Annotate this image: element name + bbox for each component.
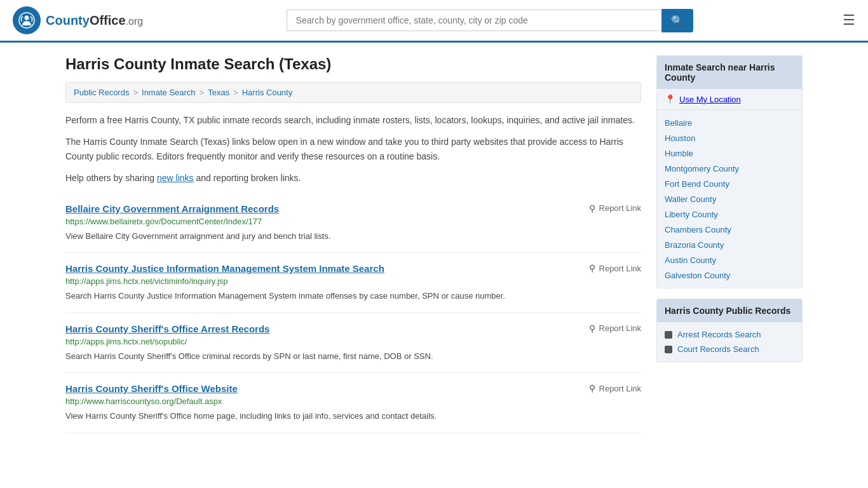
site-header: CountyOffice.org 🔍 ☰ [0, 0, 868, 43]
sidebar-court-records: Court Records Search [657, 342, 802, 356]
report-icon-1: ⚲ [589, 263, 595, 273]
sidebar-public-records-section: Harris County Public Records Arrest Reco… [656, 299, 803, 362]
result-url-2: http://apps.jims.hctx.net/sopublic/ [65, 337, 641, 346]
breadcrumb-public-records[interactable]: Public Records [74, 88, 129, 97]
sidebar-public-records-list: Arrest Records Search Court Records Sear… [657, 322, 802, 362]
result-url-3: http://www.harriscountyso.org/Default.as… [65, 396, 641, 406]
svg-point-1 [25, 16, 29, 20]
sidebar-nearby-galveston: Galveston County [657, 268, 802, 283]
report-link-button-2[interactable]: ⚲ Report Link [589, 323, 641, 334]
logo-icon [13, 6, 41, 34]
breadcrumb-harris-county[interactable]: Harris County [242, 88, 292, 97]
report-link-button-3[interactable]: ⚲ Report Link [589, 383, 641, 393]
sidebar-nearby-brazoria: Brazoria County [657, 237, 802, 252]
new-links-link[interactable]: new links [157, 173, 194, 183]
description-1: Perform a free Harris County, TX public … [65, 113, 641, 127]
main-container: Harris County Inmate Search (Texas) Publ… [53, 43, 815, 446]
breadcrumb-texas[interactable]: Texas [208, 88, 229, 97]
breadcrumb-sep-1: > [133, 88, 138, 97]
sidebar-nearby-bellaire: Bellaire [657, 115, 802, 130]
sidebar: Inmate Search near Harris County 📍 Use M… [656, 55, 803, 433]
sidebar-nearby-fortbend: Fort Bend County [657, 176, 802, 191]
breadcrumb: Public Records > Inmate Search > Texas >… [65, 82, 641, 103]
sidebar-nearby-section: Inmate Search near Harris County 📍 Use M… [656, 55, 803, 288]
result-desc-3: View Harris County Sheriff's Office home… [65, 410, 641, 423]
result-title-1[interactable]: Harris County Justice Information Manage… [65, 263, 384, 274]
hamburger-icon: ☰ [843, 12, 855, 28]
logo-text: CountyOffice.org [46, 13, 143, 28]
search-bar: 🔍 [287, 9, 693, 32]
result-url-0: https://www.bellairetx.gov/DocumentCente… [65, 217, 641, 226]
arrest-records-icon [665, 331, 672, 339]
report-icon-2: ⚲ [589, 323, 595, 334]
sidebar-nearby-montgomery: Montgomery County [657, 161, 802, 176]
report-link-button-1[interactable]: ⚲ Report Link [589, 263, 641, 273]
sidebar-nearby-humble: Humble [657, 146, 802, 161]
content-area: Harris County Inmate Search (Texas) Publ… [65, 55, 641, 433]
result-card-1: Harris County Justice Information Manage… [65, 253, 641, 313]
report-icon-0: ⚲ [589, 203, 595, 214]
search-icon: 🔍 [671, 15, 684, 26]
result-card-3: Harris County Sheriff's Office Website ⚲… [65, 373, 641, 433]
breadcrumb-sep-3: > [233, 88, 238, 97]
result-desc-0: View Bellaire City Government arraignmen… [65, 230, 641, 243]
report-link-button-0[interactable]: ⚲ Report Link [589, 203, 641, 214]
sidebar-nearby-list: Bellaire Houston Humble Montgomery Count… [657, 110, 802, 288]
sidebar-nearby-chambers: Chambers County [657, 222, 802, 237]
sidebar-nearby-waller: Waller County [657, 191, 802, 207]
results-list: Bellaire City Government Arraignment Rec… [65, 193, 641, 433]
use-my-location-item[interactable]: 📍 Use My Location [657, 89, 802, 110]
page-title: Harris County Inmate Search (Texas) [65, 55, 641, 73]
result-title-2[interactable]: Harris County Sheriff's Office Arrest Re… [65, 323, 269, 334]
sidebar-public-records-title: Harris County Public Records [657, 299, 802, 322]
result-card-0: Bellaire City Government Arraignment Rec… [65, 193, 641, 254]
description-3: Help others by sharing new links and rep… [65, 171, 641, 185]
search-input[interactable] [287, 10, 661, 31]
use-my-location-link[interactable]: Use My Location [679, 95, 741, 104]
result-url-1: http://apps.jims.hctx.net/victiminfo/inq… [65, 276, 641, 286]
search-button[interactable]: 🔍 [661, 9, 693, 32]
result-card-2: Harris County Sheriff's Office Arrest Re… [65, 313, 641, 374]
sidebar-nearby-title: Inmate Search near Harris County [657, 56, 802, 89]
sidebar-arrest-records: Arrest Records Search [657, 327, 802, 342]
hamburger-menu-button[interactable]: ☰ [843, 12, 855, 29]
logo-area: CountyOffice.org [13, 6, 143, 34]
breadcrumb-sep-2: > [200, 88, 205, 97]
sidebar-nearby-austin: Austin County [657, 252, 802, 268]
result-desc-1: Search Harris County Justice Information… [65, 290, 641, 302]
description-2: The Harris County Inmate Search (Texas) … [65, 135, 641, 163]
location-pin-icon: 📍 [665, 94, 675, 104]
breadcrumb-inmate-search[interactable]: Inmate Search [142, 88, 196, 97]
court-records-icon [665, 346, 672, 353]
report-icon-3: ⚲ [589, 383, 595, 393]
result-title-3[interactable]: Harris County Sheriff's Office Website [65, 383, 238, 394]
sidebar-nearby-liberty: Liberty County [657, 207, 802, 222]
result-desc-2: Search Harris County Sheriff's Office cr… [65, 350, 641, 363]
sidebar-nearby-houston: Houston [657, 130, 802, 146]
result-title-0[interactable]: Bellaire City Government Arraignment Rec… [65, 203, 279, 214]
